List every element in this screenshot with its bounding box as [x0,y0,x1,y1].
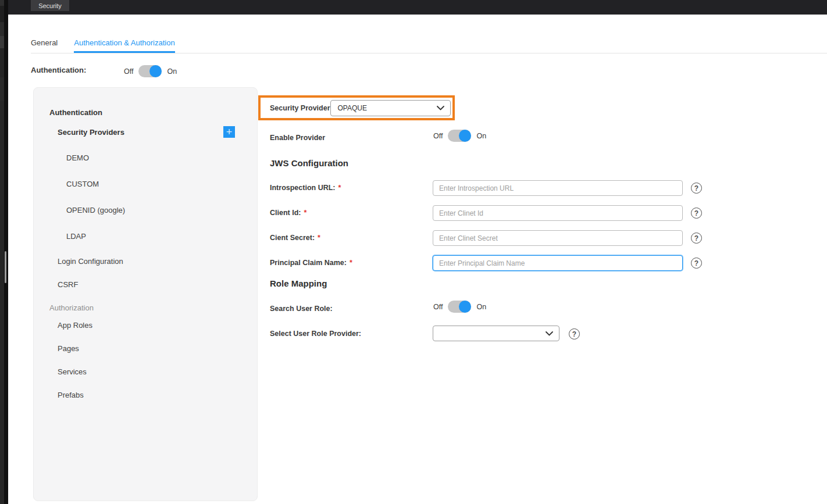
sidebar-item-security-providers[interactable]: Security Providers [58,128,124,137]
toggle-knob [149,65,162,77]
jws-configuration-heading: JWS Configuration [270,158,348,168]
sidebar-item-app-roles[interactable]: App Roles [58,321,92,330]
help-icon[interactable]: ? [691,183,702,194]
left-rail-segment [0,22,4,36]
sidebar-item-demo[interactable]: DEMO [66,153,89,162]
select-user-role-provider-label: Select User Role Provider: [270,330,361,338]
client-secret-label-text: Cient Secret: [270,234,315,242]
client-id-label-text: Client Id: [270,209,301,217]
sidebar-item-ldap[interactable]: LDAP [66,232,86,241]
required-asterisk: * [338,184,341,192]
client-id-input[interactable] [433,205,683,221]
required-asterisk: * [304,209,306,217]
toggle-switch[interactable] [138,65,162,77]
sidebar-item-pages[interactable]: Pages [58,344,79,353]
required-asterisk: * [350,259,352,267]
sidebar-item-csrf[interactable]: CSRF [58,280,78,289]
security-settings-page: General Authentication & Authorization A… [8,15,827,504]
security-nav-panel: Authentication Security Providers + DEMO… [33,87,258,501]
authentication-label: Authentication: [31,66,86,74]
introspection-url-input[interactable] [433,180,683,196]
left-rail-segments [0,0,4,504]
tabs-divider [31,53,827,53]
security-window-tab[interactable]: Security [31,0,69,11]
toggle-on-label: On [167,67,177,76]
toggle-switch[interactable] [448,130,471,142]
help-icon[interactable]: ? [691,258,702,269]
tab-bar: General Authentication & Authorization [31,38,175,53]
add-provider-button[interactable]: + [223,126,235,138]
principal-claim-name-label: Principal Claim Name:* [270,259,352,267]
authentication-toggle[interactable]: Off On [124,65,177,77]
sidebar-item-authentication[interactable]: Authentication [49,108,102,117]
enable-provider-label-text: Enable Provider [270,134,325,142]
toggle-off-label: Off [124,67,133,76]
select-user-role-provider-label-text: Select User Role Provider: [270,330,361,338]
search-user-role-toggle[interactable]: Off On [433,301,486,313]
select-user-role-provider-select[interactable] [433,326,559,341]
client-id-label: Client Id:* [270,209,306,217]
security-provider-value: OPAQUE [338,104,367,112]
sidebar-item-prefabs[interactable]: Prefabs [58,391,84,399]
chevron-down-icon [546,331,553,336]
help-icon[interactable]: ? [691,208,702,219]
toggle-off-label: Off [433,303,443,311]
left-rail-segment [0,6,4,22]
toggle-off-label: Off [433,132,443,140]
tab-general[interactable]: General [31,38,58,53]
sidebar-item-custom[interactable]: CUSTOM [66,180,99,188]
sidebar-item-authorization: Authorization [49,303,94,312]
plus-icon: + [226,127,233,137]
introspection-url-label-text: Introspection URL: [270,184,336,192]
left-rail-segment [0,0,4,6]
security-provider-select[interactable]: OPAQUE [330,100,451,116]
search-user-role-label-text: Search User Role: [270,305,333,313]
help-icon[interactable]: ? [691,233,702,244]
toggle-on-label: On [476,303,486,311]
left-rail [0,0,8,504]
client-secret-label: Cient Secret:* [270,234,320,242]
toggle-knob [459,301,471,313]
toggle-knob [459,130,471,142]
required-asterisk: * [318,234,320,242]
sidebar-item-openid-google[interactable]: OPENID (google) [66,206,125,215]
chevron-down-icon [437,106,444,110]
top-bar [0,0,827,15]
introspection-url-label: Introspection URL:* [270,184,341,192]
rail-scrollbar-thumb[interactable] [5,251,6,283]
tab-authentication-authorization[interactable]: Authentication & Authorization [74,38,174,53]
security-provider-label: Security Provider [270,104,330,112]
toggle-switch[interactable] [448,301,471,313]
toggle-on-label: On [476,132,486,140]
help-icon[interactable]: ? [569,328,580,339]
principal-claim-name-input[interactable] [433,255,683,271]
principal-claim-name-label-text: Principal Claim Name: [270,259,347,267]
left-rail-segment [0,101,4,504]
sidebar-item-services[interactable]: Services [58,367,87,376]
role-mapping-heading: Role Mapping [270,278,327,288]
left-rail-segment [0,36,4,48]
security-provider-highlight: Security Provider OPAQUE [258,95,455,120]
sidebar-item-login-configuration[interactable]: Login Configuration [58,257,123,266]
enable-provider-toggle[interactable]: Off On [433,130,486,142]
search-user-role-label: Search User Role: [270,305,333,313]
left-rail-segment [0,77,4,101]
left-rail-segment [0,48,4,77]
client-secret-input[interactable] [433,230,683,246]
enable-provider-label: Enable Provider [270,134,325,142]
